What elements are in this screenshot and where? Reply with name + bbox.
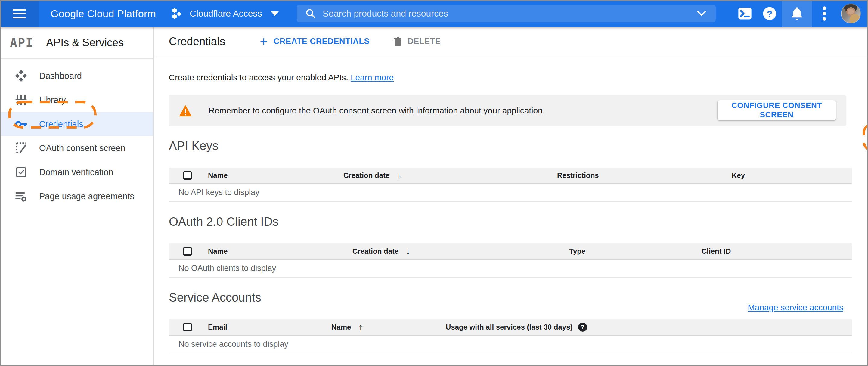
header-actions: ? <box>733 0 861 27</box>
page-usage-agreements-icon <box>13 190 29 203</box>
column-header-client-id[interactable]: Client ID <box>702 247 852 255</box>
sidebar-title: APIs & Services <box>46 36 124 49</box>
project-caret-icon <box>271 11 279 16</box>
sidebar-item-label: Page usage agreements <box>39 191 134 201</box>
learn-more-link[interactable]: Learn more <box>351 73 394 82</box>
consent-button-annotation-highlight <box>862 123 868 152</box>
configure-consent-screen-button[interactable]: CONFIGURE CONSENT SCREEN <box>717 100 836 120</box>
api-keys-section-title: API Keys <box>169 139 218 153</box>
domain-verification-icon <box>13 166 29 179</box>
search-bar[interactable] <box>297 5 716 22</box>
notifications-button[interactable] <box>782 0 812 27</box>
sidebar-item-label: Credentials <box>39 119 83 129</box>
search-input[interactable] <box>323 8 696 19</box>
help-button[interactable]: ? <box>757 0 782 27</box>
cloud-shell-button[interactable] <box>733 0 757 27</box>
more-options-button[interactable] <box>812 0 837 27</box>
plus-icon: + <box>260 35 268 48</box>
main-content: Credentials + CREATE CREDENTIALS DELETE … <box>154 27 868 366</box>
svg-text:?: ? <box>767 9 773 19</box>
page-title: Credentials <box>169 35 225 48</box>
navigation-menu-button[interactable] <box>0 0 38 27</box>
sidebar-item-label: Dashboard <box>39 71 82 81</box>
sidebar-item-domain-verification[interactable]: Domain verification <box>0 160 153 184</box>
name-label: Name <box>331 323 351 331</box>
delete-label: DELETE <box>407 37 441 46</box>
warning-text: Remember to configure the OAuth consent … <box>209 106 545 116</box>
column-header-name[interactable]: Name ↑ <box>331 322 446 332</box>
oauth-clients-table: Name Creation date ↓ Type Client ID No O… <box>169 244 852 277</box>
select-all-checkbox[interactable] <box>183 171 192 180</box>
service-accounts-empty-row: No service accounts to display <box>169 336 852 353</box>
warning-icon <box>179 104 192 117</box>
column-header-creation-date[interactable]: Creation date ↓ <box>343 170 557 181</box>
api-keys-empty-row: No API keys to display <box>169 184 852 202</box>
creation-date-label: Creation date <box>352 247 399 255</box>
project-selector[interactable]: Cloudflare Access <box>172 7 279 20</box>
column-header-restrictions[interactable]: Restrictions <box>557 171 732 180</box>
sidebar-menu: Dashboard Library <box>0 64 153 208</box>
intro-sentence: Create credentials to access your enable… <box>169 73 348 82</box>
sidebar-item-dashboard[interactable]: Dashboard <box>0 64 153 88</box>
sort-descending-icon[interactable]: ↓ <box>406 246 410 256</box>
library-icon <box>13 93 29 106</box>
service-accounts-section-title: Service Accounts <box>169 291 261 304</box>
oauth-empty-text: No OAuth clients to display <box>179 264 276 273</box>
create-credentials-button[interactable]: + CREATE CREDENTIALS <box>260 35 370 48</box>
hamburger-icon <box>13 7 26 21</box>
sidebar-item-library[interactable]: Library <box>0 88 153 112</box>
api-keys-table-header: Name Creation date ↓ Restrictions Key <box>169 167 852 184</box>
kebab-menu-icon <box>822 5 827 22</box>
search-icon <box>305 8 316 19</box>
column-header-name[interactable]: Name <box>208 247 352 255</box>
sidebar-item-label: Library <box>39 95 66 105</box>
sidebar-item-credentials[interactable]: Credentials <box>0 112 153 136</box>
service-accounts-table: Email Name ↑ Usage with all services (la… <box>169 319 852 353</box>
trash-icon <box>393 36 403 47</box>
gcp-console-window: Google Cloud Platform Cloudflare Access <box>0 0 868 366</box>
oauth-table-header: Name Creation date ↓ Type Client ID <box>169 244 852 260</box>
select-all-checkbox[interactable] <box>183 247 192 255</box>
usage-help-icon[interactable]: ? <box>578 323 587 332</box>
oauth-section-title: OAuth 2.0 Client IDs <box>169 215 279 228</box>
sort-descending-icon[interactable]: ↓ <box>397 170 401 181</box>
sidebar-item-label: OAuth consent screen <box>39 143 125 153</box>
create-credentials-label: CREATE CREDENTIALS <box>274 37 370 46</box>
delete-button[interactable]: DELETE <box>393 36 441 47</box>
sidebar-item-page-usage-agreements[interactable]: Page usage agreements <box>0 184 153 208</box>
page-toolbar: Credentials + CREATE CREDENTIALS DELETE <box>154 27 868 56</box>
select-all-checkbox[interactable] <box>183 323 192 331</box>
creation-date-label: Creation date <box>343 171 390 180</box>
dashboard-icon <box>13 69 29 83</box>
sidebar: API APIs & Services Dashboard <box>0 27 154 366</box>
manage-service-accounts-link[interactable]: Manage service accounts <box>748 303 843 312</box>
project-name: Cloudflare Access <box>190 8 262 19</box>
sidebar-item-label: Domain verification <box>39 167 114 177</box>
top-app-bar: Google Cloud Platform Cloudflare Access <box>0 0 868 27</box>
api-keys-empty-text: No API keys to display <box>179 188 259 197</box>
gcp-logo[interactable]: Google Cloud Platform <box>51 8 156 20</box>
project-icon <box>172 7 182 20</box>
intro-text: Create credentials to access your enable… <box>169 73 394 83</box>
help-icon: ? <box>762 6 777 21</box>
oauth-empty-row: No OAuth clients to display <box>169 260 852 277</box>
sort-ascending-icon[interactable]: ↑ <box>358 322 363 332</box>
user-avatar[interactable] <box>841 4 861 24</box>
column-header-name[interactable]: Name <box>208 171 343 180</box>
service-accounts-table-header: Email Name ↑ Usage with all services (la… <box>169 319 852 336</box>
consent-screen-icon <box>13 142 29 155</box>
bell-icon <box>789 5 805 22</box>
column-header-creation-date[interactable]: Creation date ↓ <box>352 246 569 256</box>
api-logo: API <box>10 36 33 50</box>
search-chevron-down-icon[interactable] <box>696 10 707 17</box>
column-header-type[interactable]: Type <box>569 247 702 255</box>
column-header-usage[interactable]: Usage with all services (last 30 days) ? <box>446 323 852 332</box>
sidebar-header: API APIs & Services <box>0 27 153 59</box>
usage-label: Usage with all services (last 30 days) <box>446 323 573 331</box>
key-icon <box>13 117 29 131</box>
terminal-icon <box>737 6 753 21</box>
column-header-email[interactable]: Email <box>208 323 331 331</box>
column-header-key[interactable]: Key <box>732 171 852 180</box>
sidebar-item-oauth-consent-screen[interactable]: OAuth consent screen <box>0 136 153 160</box>
service-accounts-empty-text: No service accounts to display <box>179 339 288 349</box>
